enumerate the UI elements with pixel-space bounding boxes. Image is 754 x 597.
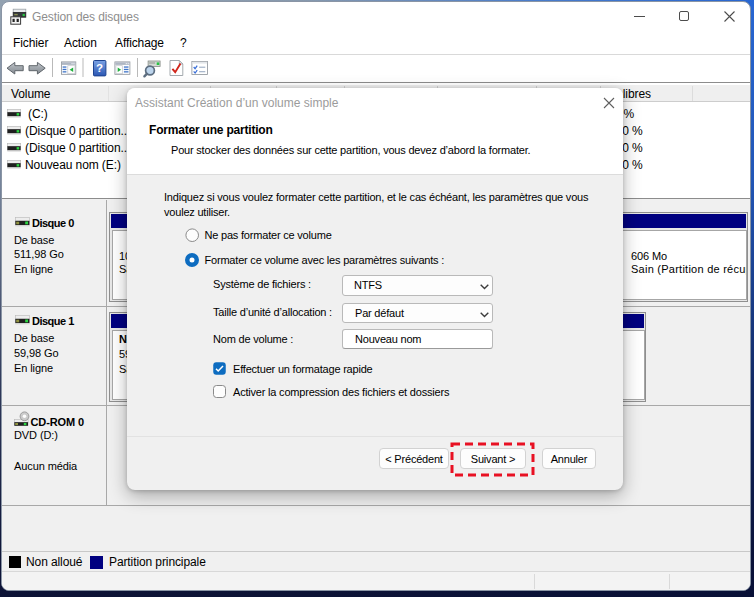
svg-text:?: ? [96,62,103,74]
